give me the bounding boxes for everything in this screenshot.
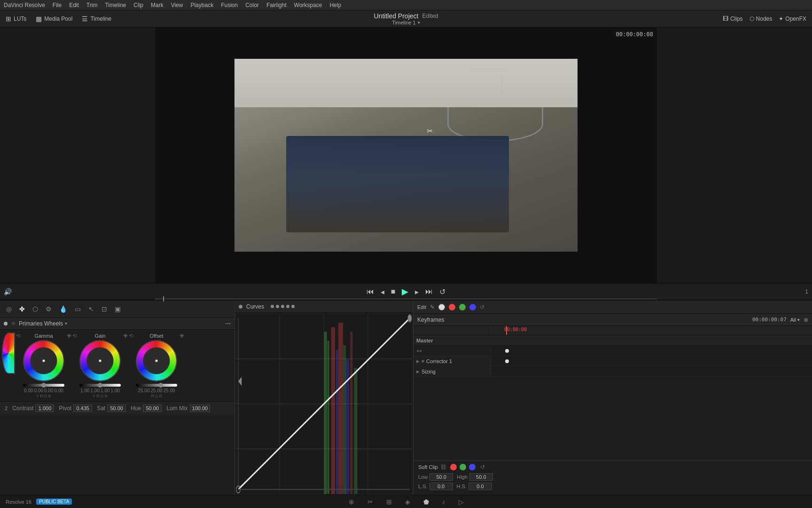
cut-nav-icon[interactable]: ✂	[367, 498, 373, 506]
r-node-button[interactable]	[449, 304, 455, 310]
offset-cursor	[155, 359, 158, 362]
menu-item-playback[interactable]: Playback	[190, 2, 213, 8]
hue-input[interactable]: 50.00	[143, 405, 162, 412]
luts-button[interactable]: ⊞ LUTs	[6, 15, 26, 23]
gamma-extra-icon[interactable]: ✚	[67, 333, 71, 339]
deliver-nav-icon[interactable]: ▷	[459, 498, 464, 506]
menu-item-view[interactable]: View	[171, 2, 183, 8]
offset-slider-thumb[interactable]	[158, 383, 163, 388]
sc-r-button[interactable]	[450, 464, 457, 470]
sc-ls-input[interactable]: 0.0	[429, 483, 453, 490]
y-node-button[interactable]	[438, 304, 445, 310]
timeline-selector[interactable]: Timeline 1 ▾	[392, 20, 420, 25]
menu-item-fairlight[interactable]: Fairlight	[266, 2, 287, 8]
menu-item-fusion[interactable]: Fusion	[221, 2, 238, 8]
contrast-input[interactable]: 1.000	[35, 405, 54, 412]
loop-button[interactable]: ↺	[439, 287, 445, 296]
fusion-nav-icon[interactable]: ◈	[405, 498, 410, 506]
kf-corrector-dot[interactable]	[505, 359, 509, 363]
menu-item-trim[interactable]: Trim	[86, 2, 98, 8]
menu-item-mark[interactable]: Mark	[151, 2, 164, 8]
kf-corrector-track[interactable]	[491, 356, 812, 366]
offset-wheel[interactable]	[136, 340, 177, 381]
menu-item-edit[interactable]: Edit	[69, 2, 79, 8]
curves-svg[interactable]	[236, 314, 412, 494]
seek-thumb[interactable]	[163, 296, 164, 302]
media-pool-button[interactable]: ▦ Media Pool	[36, 15, 72, 23]
svg-rect-14	[354, 368, 357, 494]
gamma-slider[interactable]	[23, 384, 64, 387]
skip-forward-button[interactable]: ⏭	[425, 287, 433, 296]
video-preview[interactable]: ✂	[234, 59, 578, 252]
sc-reset-icon[interactable]: ↺	[480, 464, 485, 470]
gain-extra-icon[interactable]: ✚	[123, 333, 128, 339]
color-tool-1[interactable]: ◎	[5, 304, 13, 314]
timeline-button[interactable]: ☰ Timeline	[82, 15, 111, 23]
color-tool-2[interactable]: ✤	[18, 304, 26, 314]
menu-item-workspace[interactable]: Workspace	[294, 2, 322, 8]
skip-back-button[interactable]: ⏮	[367, 287, 374, 296]
wheels-options-icon[interactable]: ⋯	[225, 320, 231, 327]
kf-all-dropdown[interactable]: All ▾	[790, 317, 800, 323]
media-pool-nav-icon[interactable]: ⊕	[349, 498, 354, 506]
gain-slider[interactable]	[79, 384, 121, 387]
clips-button[interactable]: 🎞 Clips	[723, 16, 743, 22]
sc-g-button[interactable]	[460, 464, 466, 470]
edit-reset-icon[interactable]: ↺	[480, 304, 484, 310]
corrector-expand-icon[interactable]: ▶	[416, 359, 420, 364]
color-tool-4[interactable]: ⚙	[44, 304, 53, 314]
nodes-button[interactable]: ⬡ Nodes	[750, 16, 773, 22]
openfx-button[interactable]: ✦ OpenFX	[779, 16, 806, 22]
b-node-button[interactable]	[469, 304, 476, 310]
color-tool-3[interactable]: ⬡	[31, 304, 39, 314]
menu-item-davinci[interactable]: DaVinci Resolve	[4, 2, 45, 8]
clips-label: Clips	[730, 16, 743, 22]
curves-display[interactable]	[236, 314, 412, 494]
color-tool-7[interactable]: ↖	[87, 304, 95, 314]
kf-sizing-track[interactable]	[491, 366, 812, 376]
edit-nav-icon[interactable]: ⊞	[386, 498, 392, 506]
pencil-icon[interactable]: ✎	[430, 304, 435, 310]
step-back-button[interactable]: ◂	[381, 287, 384, 296]
menu-item-timeline[interactable]: Timeline	[105, 2, 126, 8]
color-tool-9[interactable]: ▣	[113, 304, 122, 314]
primaries-dropdown[interactable]: Primaries Wheels ▾	[19, 320, 67, 327]
menu-item-file[interactable]: File	[53, 2, 62, 8]
step-forward-button[interactable]: ▸	[415, 287, 419, 296]
lum-mix-input[interactable]: 100.00	[190, 405, 211, 412]
color-tool-5[interactable]: 💧	[58, 304, 69, 314]
seek-bar[interactable]	[155, 298, 657, 300]
kf-master-dot-1[interactable]	[505, 349, 509, 353]
gamma-wheel[interactable]	[23, 340, 64, 381]
g-node-button[interactable]	[459, 304, 466, 310]
audio-icon[interactable]: 🔊	[4, 288, 12, 295]
gain-wheel[interactable]	[79, 340, 121, 381]
kf-master-track[interactable]	[491, 346, 812, 356]
kf-reset-icon[interactable]: ⊗	[804, 317, 808, 323]
color-tool-8[interactable]: ⊡	[100, 304, 109, 314]
sat-input[interactable]: 50.00	[107, 405, 126, 412]
pivot-input[interactable]: 0.435	[73, 405, 92, 412]
offset-slider[interactable]	[136, 384, 177, 387]
color-tool-6[interactable]: ▭	[73, 304, 82, 314]
nodes-icon: ⬡	[750, 16, 754, 22]
sc-low-input[interactable]: 50.0	[429, 473, 453, 481]
gamma-reset-icon[interactable]: ⟲	[16, 333, 21, 339]
sizing-expand-icon[interactable]: ▶	[416, 369, 420, 374]
offset-extra-icon[interactable]: ✚	[180, 333, 184, 339]
menu-item-clip[interactable]: Clip	[133, 2, 143, 8]
sc-b-button[interactable]	[469, 464, 476, 470]
sc-high-input[interactable]: 50.0	[469, 473, 493, 481]
sc-hs-input[interactable]: 0.0	[468, 483, 492, 490]
gain-slider-thumb[interactable]	[98, 383, 102, 388]
fairlight-nav-icon[interactable]: ♪	[442, 498, 445, 506]
stop-button[interactable]: ■	[391, 287, 396, 296]
gain-reset-icon[interactable]: ⟲	[72, 333, 77, 339]
menu-item-color[interactable]: Color	[245, 2, 259, 8]
play-button[interactable]: ▶	[402, 286, 408, 297]
color-nav-icon[interactable]: ⬟	[423, 498, 429, 506]
offset-reset-icon[interactable]: ⟲	[129, 333, 133, 339]
menu-item-help[interactable]: Help	[329, 2, 341, 8]
gamma-slider-thumb[interactable]	[41, 383, 46, 388]
soft-clip-chain-icon[interactable]: ⛓	[441, 464, 446, 470]
